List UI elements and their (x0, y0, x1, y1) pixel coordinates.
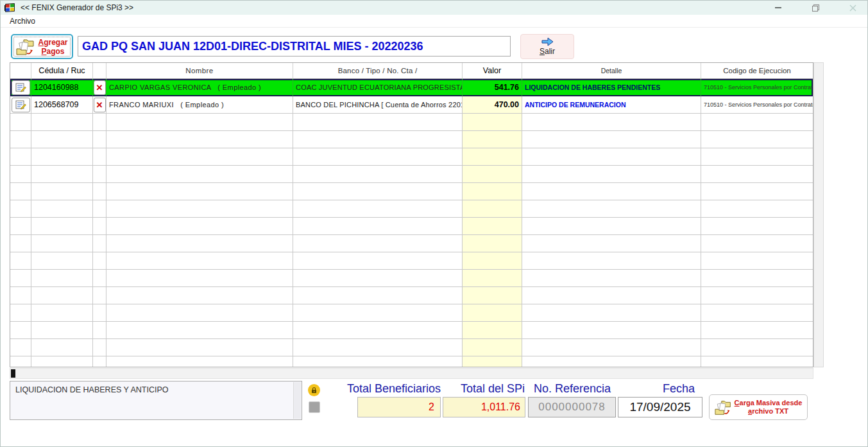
header-codigo: Codigo de Ejecucion (701, 63, 813, 79)
empty-cell (522, 339, 701, 356)
cell-detalle: LIQUIDACION DE HABERES PENDIENTES (522, 79, 701, 96)
arrow-right-icon (541, 37, 554, 46)
table-row[interactable]: 1206568709 ✕ FRANCO MARIUXI ( Empleado )… (10, 96, 813, 114)
empty-cell (293, 166, 463, 183)
empty-cell (10, 322, 31, 339)
agregar-line1: Agregar (38, 38, 67, 47)
header-edit-col (10, 63, 31, 79)
payments-table: Cédula / Ruc Nombre Banco / Tipo / No. C… (10, 62, 813, 367)
header-valor: Valor (463, 63, 522, 79)
window-controls (769, 1, 862, 15)
empty-cell (701, 131, 813, 148)
empty-cell (106, 114, 293, 131)
table-row-empty (10, 304, 813, 322)
textarea-scrollbar[interactable] (293, 382, 301, 419)
empty-cell (31, 235, 93, 252)
empty-cell (293, 304, 463, 322)
empty-cell (106, 356, 293, 367)
horizontal-scrollbar-thumb[interactable] (11, 369, 15, 378)
fecha-label: Fecha (617, 382, 700, 396)
table-row-empty (10, 148, 813, 166)
empty-cell (93, 183, 106, 200)
vertical-scrollbar[interactable] (813, 62, 824, 367)
cell-banco: COAC JUVENTUD ECUATORIANA PROGRESISTA LT… (293, 79, 463, 96)
empty-cell (293, 270, 463, 287)
agregar-line2: Pagos (38, 47, 67, 56)
edit-row-button[interactable] (12, 80, 30, 95)
table-row-empty (10, 131, 813, 148)
empty-rows-container (10, 114, 813, 367)
table-row-empty (10, 252, 813, 270)
empty-cell (463, 235, 522, 252)
empty-cell (522, 304, 701, 322)
empty-cell (463, 252, 522, 270)
empty-cell (10, 166, 31, 183)
empty-cell (106, 322, 293, 339)
agregar-pagos-label: Agregar Pagos (38, 38, 67, 56)
app-window: << FENIX Generador de SPi3 >> Archivo (0, 0, 868, 447)
empty-cell (106, 287, 293, 304)
table-row-empty (10, 322, 813, 339)
carga-masiva-button[interactable]: Carga Masiva desde archivo TXT (709, 394, 808, 420)
empty-cell (31, 200, 93, 218)
lock-button[interactable] (308, 384, 320, 396)
horizontal-scrollbar[interactable] (10, 368, 813, 379)
spi-title-input[interactable] (78, 36, 511, 57)
carga-line2: archivo TXT (735, 407, 803, 416)
fecha-field[interactable]: 17/09/2025 (618, 397, 702, 417)
empty-cell (701, 304, 813, 322)
maximize-button[interactable] (806, 1, 825, 15)
empty-cell (106, 218, 293, 235)
empty-cell (106, 304, 293, 322)
empty-cell (701, 270, 813, 287)
empty-cell (10, 252, 31, 270)
empty-cell (31, 287, 93, 304)
cell-codigo: 710510 - Servicios Personales por Contra… (701, 79, 813, 96)
empty-cell (93, 218, 106, 235)
no-referencia-field: 0000000078 (528, 397, 616, 417)
cell-detalle: ANTICIPO DE REMUNERACION (522, 96, 701, 114)
gray-square-button[interactable] (309, 401, 320, 413)
empty-cell (31, 218, 93, 235)
delete-row-button[interactable]: ✕ (94, 80, 106, 95)
empty-cell (106, 131, 293, 148)
table-header: Cédula / Ruc Nombre Banco / Tipo / No. C… (10, 63, 813, 79)
salir-button[interactable]: Salir (520, 34, 574, 59)
edit-record-icon (15, 100, 26, 110)
descripcion-textarea[interactable]: LIQUIDACION DE HABERES Y ANTICIPO (10, 381, 302, 420)
table-row-empty (10, 287, 813, 304)
load-folders-icon (16, 38, 35, 56)
empty-cell (463, 218, 522, 235)
empty-cell (93, 287, 106, 304)
empty-cell (106, 270, 293, 287)
empty-cell (293, 218, 463, 235)
empty-cell (293, 339, 463, 356)
empty-cell (93, 322, 106, 339)
descripcion-text: LIQUIDACION DE HABERES Y ANTICIPO (15, 385, 169, 394)
titlebar: << FENIX Generador de SPi3 >> (1, 1, 867, 15)
empty-cell (463, 131, 522, 148)
cell-valor: 470.00 (463, 96, 522, 114)
table-row-empty (10, 339, 813, 356)
empty-cell (463, 166, 522, 183)
empty-cell (31, 322, 93, 339)
empty-cell (463, 183, 522, 200)
table-row-empty (10, 114, 813, 131)
menu-archivo[interactable]: Archivo (7, 16, 38, 26)
empty-cell (93, 270, 106, 287)
empty-cell (701, 166, 813, 183)
load-folders-icon (715, 399, 732, 416)
empty-cell (106, 148, 293, 166)
agregar-pagos-button[interactable]: Agregar Pagos (11, 34, 73, 59)
empty-cell (106, 183, 293, 200)
empty-cell (31, 166, 93, 183)
edit-row-button[interactable] (12, 98, 30, 112)
lock-icon (311, 387, 318, 394)
empty-cell (522, 322, 701, 339)
minimize-button[interactable] (769, 1, 788, 15)
close-button[interactable] (843, 1, 862, 15)
delete-row-button[interactable]: ✕ (94, 98, 106, 112)
table-row[interactable]: 1204160988 ✕ CARPIO VARGAS VERONICA ( Em… (10, 79, 813, 96)
cell-valor: 541.76 (463, 79, 522, 96)
empty-cell (10, 304, 31, 322)
